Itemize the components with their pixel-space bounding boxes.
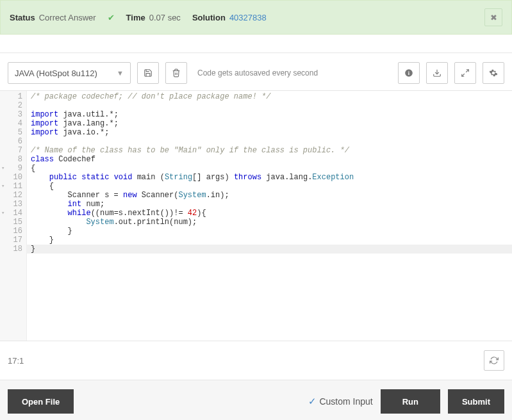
code-line[interactable]: Scanner s = new Scanner(System.in); <box>31 191 512 200</box>
code-line[interactable]: import java.io.*; <box>31 128 512 137</box>
code-line[interactable]: } <box>31 227 512 236</box>
save-button[interactable] <box>137 62 159 84</box>
code-line[interactable]: System.out.println(num); <box>31 218 512 227</box>
download-icon <box>433 69 442 77</box>
download-button[interactable] <box>426 62 448 84</box>
save-icon <box>144 69 153 77</box>
delete-button[interactable] <box>165 62 187 84</box>
code-line[interactable]: } <box>31 236 512 245</box>
checkbox-icon: ✓ <box>308 396 317 407</box>
code-line[interactable]: int num; <box>31 200 512 209</box>
refresh-button[interactable] <box>484 350 504 371</box>
close-button[interactable]: ✖ <box>484 8 502 26</box>
line-number: 16 <box>0 227 22 236</box>
code-line[interactable]: class Codechef <box>31 155 512 164</box>
line-number: 4 <box>0 119 22 128</box>
svg-line-3 <box>466 70 468 72</box>
gear-icon <box>489 69 498 77</box>
submit-button[interactable]: Submit <box>448 389 504 414</box>
code-line[interactable]: /* Name of the class has to be "Main" on… <box>31 146 512 155</box>
code-line[interactable]: { <box>31 182 512 191</box>
run-button[interactable]: Run <box>381 389 440 414</box>
line-number: 12 <box>0 191 22 200</box>
svg-line-4 <box>462 74 465 76</box>
code-line[interactable]: } <box>27 245 512 254</box>
line-number: 9 <box>0 164 22 173</box>
trash-icon <box>172 69 181 77</box>
code-line[interactable]: { <box>31 164 512 173</box>
fullscreen-button[interactable] <box>454 62 476 84</box>
status-label: Status <box>10 13 35 22</box>
autosave-message: Code gets autosaved every second <box>197 69 318 77</box>
line-number: 18 <box>0 245 22 254</box>
code-line[interactable]: import java.util.*; <box>31 110 512 119</box>
info-button[interactable]: i <box>398 62 420 84</box>
line-number: 1 <box>0 92 22 101</box>
code-line[interactable] <box>31 137 512 146</box>
status-bar: Status Correct Answer ✔ Time 0.07 sec So… <box>0 0 512 35</box>
code-editor[interactable]: 123456789101112131415161718 /* package c… <box>0 90 512 341</box>
cursor-position: 17:1 <box>8 356 24 366</box>
custom-input-toggle[interactable]: ✓ Custom Input <box>308 396 372 407</box>
line-number: 5 <box>0 128 22 137</box>
custom-input-label: Custom Input <box>319 396 372 407</box>
line-number: 10 <box>0 173 22 182</box>
solution-label: Solution <box>192 13 226 22</box>
close-icon: ✖ <box>490 13 497 22</box>
line-number: 14 <box>0 209 22 218</box>
expand-icon <box>461 69 470 77</box>
solution-link[interactable]: 40327838 <box>229 13 267 22</box>
code-body[interactable]: /* package codechef; // don't place pack… <box>27 91 512 341</box>
line-number: 8 <box>0 155 22 164</box>
line-number: 6 <box>0 137 22 146</box>
code-line[interactable]: public static void main (String[] args) … <box>31 173 512 182</box>
refresh-icon <box>490 356 499 365</box>
line-number: 3 <box>0 110 22 119</box>
line-gutter: 123456789101112131415161718 <box>0 91 27 341</box>
time-label: Time <box>126 13 145 22</box>
status-value: Correct Answer <box>39 13 96 22</box>
line-number: 15 <box>0 218 22 227</box>
editor-toolbar: JAVA (HotSpot 8u112) ▼ Code gets autosav… <box>0 53 512 90</box>
language-value: JAVA (HotSpot 8u112) <box>15 69 97 78</box>
bottom-bar: Open File ✓ Custom Input Run Submit <box>0 380 512 420</box>
settings-button[interactable] <box>483 62 504 84</box>
chevron-down-icon: ▼ <box>117 69 124 77</box>
code-line[interactable]: while((num=s.nextInt())!= 42){ <box>31 209 512 218</box>
line-number: 13 <box>0 200 22 209</box>
language-select[interactable]: JAVA (HotSpot 8u112) ▼ <box>8 62 131 84</box>
line-number: 7 <box>0 146 22 155</box>
code-line[interactable]: import java.lang.*; <box>31 119 512 128</box>
info-icon: i <box>404 69 413 77</box>
time-value: 0.07 sec <box>149 13 181 22</box>
code-line[interactable] <box>31 101 512 110</box>
line-number: 17 <box>0 236 22 245</box>
editor-status-line: 17:1 <box>0 341 512 380</box>
line-number: 2 <box>0 101 22 110</box>
open-file-button[interactable]: Open File <box>8 389 74 414</box>
line-number: 11 <box>0 182 22 191</box>
code-line[interactable]: /* package codechef; // don't place pack… <box>31 92 512 101</box>
check-icon: ✔ <box>108 13 115 22</box>
